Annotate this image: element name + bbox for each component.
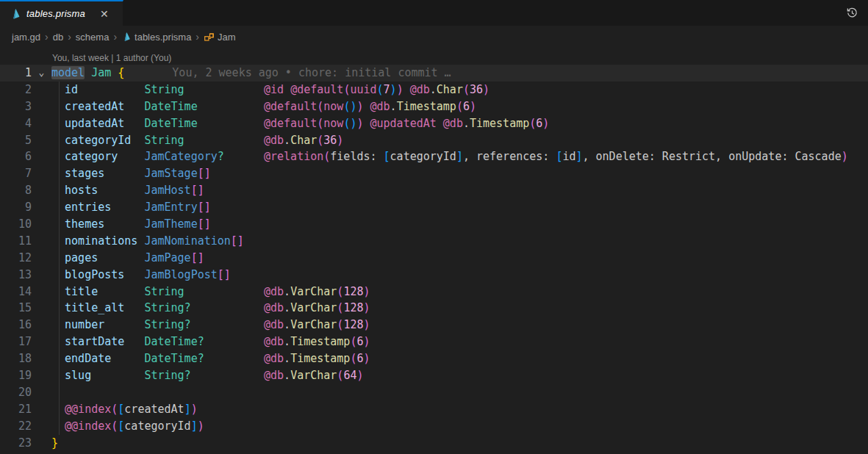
code-line[interactable]: 14 title String @db.VarChar(128): [0, 284, 868, 300]
fold-gutter: [32, 350, 51, 367]
line-number[interactable]: 8: [0, 182, 32, 199]
code-text: hosts JamHost[]: [51, 182, 868, 199]
fold-gutter: [32, 148, 51, 165]
chevron-right-icon: ›: [194, 32, 201, 42]
fold-gutter: [32, 317, 51, 334]
prisma-icon: [121, 32, 132, 42]
code-line[interactable]: 12 pages JamPage[]: [0, 250, 868, 267]
tab-label: tables.prisma: [26, 8, 85, 19]
editor-actions: [843, 0, 868, 26]
fold-gutter: [32, 98, 51, 115]
code-line[interactable]: 4 updatedAt DateTime @default(now()) @up…: [0, 115, 868, 132]
line-number[interactable]: 3: [0, 98, 32, 115]
code-line[interactable]: 17 startDate DateTime? @db.Timestamp(6): [0, 334, 868, 350]
tab-tables-prisma[interactable]: tables.prisma ✕: [0, 0, 123, 26]
line-number[interactable]: 2: [0, 82, 32, 98]
fold-gutter: [32, 132, 51, 149]
code-line[interactable]: 1⌄model Jam {You, 2 weeks ago • chore: i…: [0, 65, 868, 82]
line-number[interactable]: 4: [0, 115, 32, 132]
code-line[interactable]: 19 slug String? @db.VarChar(64): [0, 367, 868, 384]
line-number[interactable]: 23: [0, 435, 32, 452]
codelens-blame[interactable]: You, last week | 1 author (You): [0, 48, 868, 65]
code-line[interactable]: 7 stages JamStage[]: [0, 165, 868, 182]
line-number[interactable]: 18: [0, 350, 32, 367]
history-icon[interactable]: [843, 4, 861, 22]
code-text: nominations JamNomination[]: [51, 233, 868, 250]
breadcrumb-item-db[interactable]: db: [53, 32, 63, 43]
line-number[interactable]: 21: [0, 401, 32, 418]
fold-gutter: [32, 284, 51, 300]
line-number[interactable]: 1: [0, 65, 32, 82]
chevron-right-icon: ›: [66, 32, 73, 42]
line-number[interactable]: 12: [0, 250, 32, 267]
fold-gutter: [32, 216, 51, 233]
fold-gutter: [32, 418, 51, 435]
line-number[interactable]: 16: [0, 317, 32, 334]
tab-bar: tables.prisma ✕: [0, 0, 868, 26]
code-line[interactable]: 23}: [0, 435, 868, 452]
code-line[interactable]: 2 id String @id @default(uuid(7)) @db.Ch…: [0, 82, 868, 98]
code-line[interactable]: 20: [0, 384, 868, 401]
line-number[interactable]: 15: [0, 300, 32, 317]
line-number[interactable]: 6: [0, 148, 32, 165]
fold-gutter: [32, 401, 51, 418]
line-number[interactable]: 17: [0, 334, 32, 350]
line-number[interactable]: 9: [0, 199, 32, 216]
breadcrumb-item-schema[interactable]: schema: [76, 32, 110, 43]
code-text: category JamCategory? @relation(fields: …: [51, 148, 868, 165]
code-text: slug String? @db.VarChar(64): [51, 367, 868, 384]
code-line[interactable]: 16 number String? @db.VarChar(128): [0, 317, 868, 334]
chevron-right-icon: ›: [43, 32, 50, 42]
code-text: updatedAt DateTime @default(now()) @upda…: [51, 115, 868, 132]
fold-gutter: [32, 367, 51, 384]
code-text: entries JamEntry[]: [51, 199, 868, 216]
fold-gutter: [32, 199, 51, 216]
code-line[interactable]: 3 createdAt DateTime @default(now()) @db…: [0, 98, 868, 115]
close-icon[interactable]: ✕: [98, 7, 111, 21]
line-number[interactable]: 14: [0, 284, 32, 300]
line-number[interactable]: 13: [0, 267, 32, 284]
fold-gutter: [32, 82, 51, 98]
line-number[interactable]: 5: [0, 132, 32, 149]
breadcrumb-item-jam-gd[interactable]: jam.gd: [12, 32, 40, 43]
code-text: }: [51, 435, 868, 452]
chevron-right-icon: ›: [112, 32, 118, 42]
code-text: themes JamTheme[]: [51, 216, 868, 233]
fold-gutter: [32, 300, 51, 317]
code-line[interactable]: 10 themes JamTheme[]: [0, 216, 868, 233]
code-area: 1⌄model Jam {You, 2 weeks ago • chore: i…: [0, 65, 868, 451]
fold-gutter: [32, 233, 51, 250]
code-text: @@index([createdAt]): [51, 401, 868, 418]
code-text: endDate DateTime? @db.Timestamp(6): [51, 350, 868, 367]
fold-gutter: [32, 384, 51, 401]
breadcrumb-item-tables-prisma[interactable]: tables.prisma: [121, 32, 191, 43]
line-number[interactable]: 22: [0, 418, 32, 435]
fold-gutter: [32, 182, 51, 199]
code-text: title_alt String? @db.VarChar(128): [51, 300, 868, 317]
code-text: model Jam {You, 2 weeks ago • chore: ini…: [51, 65, 868, 82]
code-line[interactable]: 11 nominations JamNomination[]: [0, 233, 868, 250]
code-line[interactable]: 13 blogPosts JamBlogPost[]: [0, 267, 868, 284]
code-text: title String @db.VarChar(128): [51, 284, 868, 300]
code-line[interactable]: 15 title_alt String? @db.VarChar(128): [0, 300, 868, 317]
fold-gutter: [32, 115, 51, 132]
breadcrumb-item-jam[interactable]: Jam: [204, 32, 236, 43]
code-text: stages JamStage[]: [51, 165, 868, 182]
code-line[interactable]: 8 hosts JamHost[]: [0, 182, 868, 199]
code-line[interactable]: 9 entries JamEntry[]: [0, 199, 868, 216]
symbol-class-icon: [204, 32, 215, 43]
code-line[interactable]: 21 @@index([createdAt]): [0, 401, 868, 418]
line-number[interactable]: 7: [0, 165, 32, 182]
code-text: categoryId String @db.Char(36): [51, 132, 868, 149]
code-line[interactable]: 22 @@index([categoryId]): [0, 418, 868, 435]
line-number[interactable]: 19: [0, 367, 32, 384]
line-number[interactable]: 10: [0, 216, 32, 233]
fold-gutter: [32, 435, 51, 452]
line-number[interactable]: 11: [0, 233, 32, 250]
code-line[interactable]: 5 categoryId String @db.Char(36): [0, 132, 868, 149]
fold-chevron-down-icon[interactable]: ⌄: [32, 65, 51, 82]
code-text: startDate DateTime? @db.Timestamp(6): [51, 334, 868, 350]
code-line[interactable]: 6 category JamCategory? @relation(fields…: [0, 148, 868, 165]
code-line[interactable]: 18 endDate DateTime? @db.Timestamp(6): [0, 350, 868, 367]
line-number[interactable]: 20: [0, 384, 32, 401]
